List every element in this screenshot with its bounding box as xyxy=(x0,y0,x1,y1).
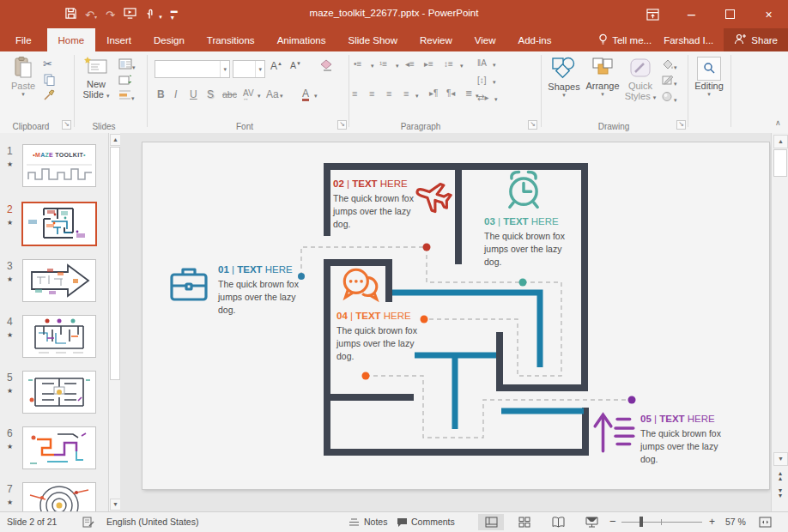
cut-icon[interactable]: ✂ xyxy=(43,57,52,70)
tab-add-ins[interactable]: Add-ins xyxy=(507,28,563,51)
tab-review[interactable]: Review xyxy=(409,28,464,51)
shape-effects-icon[interactable]: ▾ xyxy=(661,91,677,104)
maze-item-03[interactable] xyxy=(501,166,546,216)
slide-show-view-button[interactable] xyxy=(579,514,604,530)
bullets-icon[interactable]: •≡ xyxy=(354,59,361,69)
next-slide-button[interactable]: ▾▾ xyxy=(774,488,786,499)
new-slide-button[interactable]: NewSlide ▾ xyxy=(79,57,113,101)
ribbon-display-options-icon[interactable] xyxy=(633,0,672,28)
normal-view-button[interactable] xyxy=(478,514,504,530)
bullets-caret[interactable]: ▾ xyxy=(371,63,374,70)
slide-7-thumbnail[interactable] xyxy=(22,482,96,511)
tab-slide-show[interactable]: Slide Show xyxy=(337,28,409,51)
previous-slide-button[interactable]: ▴▴ xyxy=(774,471,786,481)
maze-item-04-text[interactable]: 04 | TEXT HERE The quick brown fox jumps… xyxy=(336,311,427,363)
scrollbar-thumb[interactable] xyxy=(773,149,787,177)
maze-item-02-text[interactable]: 02 | TEXT HERE The quick brown fox jumps… xyxy=(333,178,419,231)
paste-button[interactable]: Paste▾ xyxy=(7,57,39,98)
maze-item-05[interactable] xyxy=(592,407,637,458)
tell-me-box[interactable]: Tell me... xyxy=(612,35,652,45)
smartart-convert-icon[interactable]: ⇄▸ xyxy=(477,93,488,102)
line-spacing-caret[interactable]: ▾ xyxy=(460,63,464,70)
tab-animations[interactable]: Animations xyxy=(266,28,337,51)
decrease-indent-icon[interactable]: ◂≡ xyxy=(405,59,415,69)
slide-3-thumbnail[interactable] xyxy=(22,259,96,302)
align-right-icon[interactable]: ≡ xyxy=(386,88,391,99)
scroll-down-icon[interactable]: ▼ xyxy=(773,452,788,466)
zoom-slider-track[interactable] xyxy=(621,522,702,523)
zoom-slider-thumb[interactable] xyxy=(639,517,643,527)
account-name[interactable]: Farshad I... xyxy=(664,35,713,45)
zoom-level[interactable]: 57 % xyxy=(725,517,746,527)
slide-layout-icon[interactable]: ▾ xyxy=(118,58,136,71)
align-left-icon[interactable]: ≡ xyxy=(352,88,357,99)
slide-editing-surface[interactable]: 01 | TEXT HERE The quick brown fox jumps… xyxy=(142,142,769,489)
minimize-button[interactable]: – xyxy=(672,0,711,28)
share-button[interactable]: Share xyxy=(724,28,788,51)
shape-fill-icon[interactable]: ▾ xyxy=(661,58,677,71)
font-color-button[interactable]: A xyxy=(302,88,309,101)
thumbnail-panel-scrollbar[interactable]: ▲ ▼ xyxy=(108,133,120,511)
increase-indent-icon[interactable]: ▸≡ xyxy=(424,59,433,69)
scroll-up-icon[interactable]: ▲ xyxy=(773,135,788,148)
language-status[interactable]: English (United States) xyxy=(106,517,198,527)
rtl-icon[interactable]: ¶◂ xyxy=(446,88,455,98)
tab-file[interactable]: File xyxy=(0,28,47,51)
maze-item-01-text[interactable]: 01 | TEXT HERE The quick brown fox jumps… xyxy=(218,264,317,317)
notes-toggle[interactable]: Notes xyxy=(364,517,387,527)
main-vertical-scrollbar[interactable]: ▲ ▼ ▴▴ ▾▾ xyxy=(771,133,788,511)
clear-formatting-icon[interactable] xyxy=(319,59,333,74)
change-case-button[interactable]: Aa xyxy=(266,88,279,100)
arrange-button[interactable]: Arrange▾ xyxy=(584,57,621,98)
columns-icon[interactable]: ≣ xyxy=(465,88,472,98)
justify-caret[interactable]: ▾ xyxy=(415,93,419,100)
tab-home[interactable]: Home xyxy=(47,28,96,51)
maximize-button[interactable] xyxy=(711,0,749,28)
italic-button[interactable]: I xyxy=(174,88,177,100)
increase-font-size-icon[interactable]: A▲ xyxy=(270,60,282,72)
justify-icon[interactable]: ≡ xyxy=(403,88,409,99)
format-painter-icon[interactable] xyxy=(43,89,55,103)
align-center-icon[interactable]: ≡ xyxy=(369,88,374,99)
zoom-out-button[interactable]: − xyxy=(609,515,616,528)
underline-button[interactable]: U xyxy=(190,88,197,100)
smartart-caret[interactable]: ▾ xyxy=(494,96,498,103)
slide-4-thumbnail[interactable] xyxy=(22,315,96,358)
copy-icon[interactable] xyxy=(44,74,55,88)
character-spacing-caret[interactable]: ▾ xyxy=(258,93,261,100)
maze-item-02[interactable] xyxy=(412,175,455,221)
change-case-caret[interactable]: ▾ xyxy=(280,93,283,100)
numbering-icon[interactable]: ¹≡ xyxy=(379,59,387,69)
font-size-combobox[interactable]: ▾ xyxy=(233,60,265,78)
slide-sorter-view-button[interactable] xyxy=(512,514,537,530)
zoom-in-button[interactable]: + xyxy=(709,516,715,528)
font-color-caret[interactable]: ▾ xyxy=(314,93,318,100)
reading-view-button[interactable] xyxy=(545,514,571,530)
maze-item-05-text[interactable]: 05 | TEXT HERE The quick brown fox jumps… xyxy=(640,414,736,466)
line-spacing-icon[interactable]: ↕≡ xyxy=(444,59,453,69)
text-shadow-button[interactable]: S xyxy=(207,88,214,100)
tab-design[interactable]: Design xyxy=(142,28,196,51)
maze-item-04[interactable] xyxy=(338,264,381,309)
ltr-icon[interactable]: ▸¶ xyxy=(429,88,438,98)
shape-outline-icon[interactable]: ▾ xyxy=(661,75,677,88)
numbering-caret[interactable]: ▾ xyxy=(396,63,399,70)
slide-5-thumbnail[interactable] xyxy=(22,371,96,414)
slide-counter[interactable]: Slide 2 of 21 xyxy=(7,517,57,527)
comments-icon[interactable] xyxy=(397,517,408,529)
clipboard-dialog-launcher[interactable]: ↘ xyxy=(62,120,71,130)
font-dialog-launcher[interactable]: ↘ xyxy=(337,120,347,130)
quick-styles-button[interactable]: QuickStyles ▾ xyxy=(623,57,658,103)
columns-caret[interactable]: ▾ xyxy=(476,93,479,100)
reset-slide-icon[interactable] xyxy=(118,75,131,88)
align-text-caret[interactable]: ▾ xyxy=(493,79,496,86)
bold-button[interactable]: B xyxy=(157,88,165,100)
notes-icon[interactable] xyxy=(349,518,360,529)
paragraph-dialog-launcher[interactable]: ↘ xyxy=(528,120,537,130)
maze-item-03-text[interactable]: 03 | TEXT HERE The quick brown fox jumps… xyxy=(484,216,575,269)
section-icon[interactable]: ▾ xyxy=(118,89,135,102)
shapes-button[interactable]: Shapes▾ xyxy=(546,57,582,99)
slide-6-thumbnail[interactable] xyxy=(22,426,96,469)
editing-button[interactable]: Editing▾ xyxy=(692,57,726,98)
comments-toggle[interactable]: Comments xyxy=(411,517,455,527)
